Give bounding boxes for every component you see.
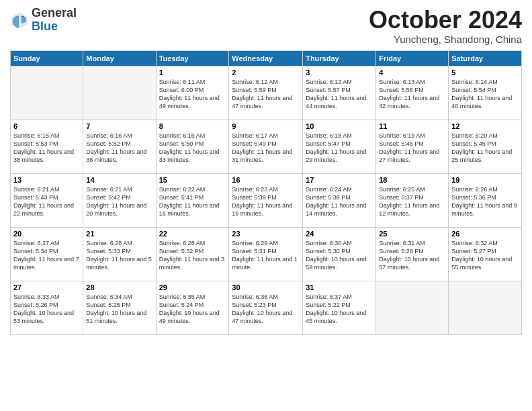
day-number: 12 [451, 122, 519, 130]
day-number: 10 [306, 122, 373, 130]
day-info: Sunrise: 6:16 AM Sunset: 5:50 PM Dayligh… [159, 132, 226, 165]
calendar-day-cell: 4Sunrise: 6:13 AM Sunset: 5:56 PM Daylig… [376, 66, 449, 120]
day-info: Sunrise: 6:37 AM Sunset: 5:22 PM Dayligh… [306, 293, 373, 326]
day-number: 30 [232, 283, 300, 291]
calendar-day-cell: 26Sunrise: 6:32 AM Sunset: 5:27 PM Dayli… [449, 227, 522, 281]
day-number: 7 [86, 122, 152, 130]
day-number: 18 [379, 176, 445, 184]
day-info: Sunrise: 6:34 AM Sunset: 5:25 PM Dayligh… [86, 293, 152, 326]
day-info: Sunrise: 6:19 AM Sunset: 5:46 PM Dayligh… [379, 132, 445, 165]
day-number: 15 [159, 176, 226, 184]
day-info: Sunrise: 6:30 AM Sunset: 5:30 PM Dayligh… [306, 239, 373, 272]
day-number: 28 [86, 283, 152, 291]
day-info: Sunrise: 6:21 AM Sunset: 5:43 PM Dayligh… [13, 185, 80, 218]
weekday-header: Friday [376, 50, 449, 66]
day-number: 8 [159, 122, 226, 130]
calendar-week-row: 1Sunrise: 6:11 AM Sunset: 6:00 PM Daylig… [11, 66, 522, 120]
logo-text: General Blue [32, 7, 77, 34]
day-info: Sunrise: 6:29 AM Sunset: 5:31 PM Dayligh… [232, 239, 300, 272]
day-number: 22 [159, 230, 226, 238]
calendar-day-cell: 15Sunrise: 6:22 AM Sunset: 5:41 PM Dayli… [156, 173, 229, 227]
calendar-day-cell [449, 281, 522, 334]
calendar-day-cell: 30Sunrise: 6:36 AM Sunset: 5:23 PM Dayli… [229, 281, 303, 334]
day-info: Sunrise: 6:17 AM Sunset: 5:49 PM Dayligh… [232, 132, 300, 165]
day-number: 29 [159, 283, 226, 291]
day-info: Sunrise: 6:25 AM Sunset: 5:37 PM Dayligh… [379, 185, 445, 218]
day-number: 13 [13, 176, 80, 184]
day-number: 27 [13, 283, 80, 291]
calendar-day-cell: 18Sunrise: 6:25 AM Sunset: 5:37 PM Dayli… [376, 173, 449, 227]
weekday-header: Thursday [303, 50, 376, 66]
day-number: 2 [232, 68, 300, 77]
day-number: 24 [306, 230, 373, 238]
day-number: 17 [306, 176, 373, 184]
day-info: Sunrise: 6:35 AM Sunset: 5:24 PM Dayligh… [159, 293, 226, 326]
calendar-day-cell: 23Sunrise: 6:29 AM Sunset: 5:31 PM Dayli… [229, 227, 303, 281]
month-title: October 2024 [369, 7, 522, 34]
day-number: 4 [379, 68, 445, 77]
calendar-day-cell: 21Sunrise: 6:28 AM Sunset: 5:33 PM Dayli… [83, 227, 156, 281]
header: General Blue October 2024 Yuncheng, Shan… [10, 7, 522, 45]
calendar-day-cell: 31Sunrise: 6:37 AM Sunset: 5:22 PM Dayli… [303, 281, 376, 334]
day-number: 21 [86, 230, 152, 238]
calendar-day-cell: 6Sunrise: 6:15 AM Sunset: 5:53 PM Daylig… [11, 120, 83, 173]
day-number: 1 [159, 68, 226, 77]
day-number: 3 [306, 68, 373, 77]
calendar-week-row: 20Sunrise: 6:27 AM Sunset: 5:34 PM Dayli… [11, 227, 522, 281]
day-info: Sunrise: 6:15 AM Sunset: 5:53 PM Dayligh… [13, 132, 80, 165]
weekday-header: Monday [83, 50, 156, 66]
day-number: 9 [232, 122, 300, 130]
day-info: Sunrise: 6:12 AM Sunset: 5:57 PM Dayligh… [306, 78, 373, 111]
calendar-day-cell: 24Sunrise: 6:30 AM Sunset: 5:30 PM Dayli… [303, 227, 376, 281]
calendar-day-cell: 2Sunrise: 6:12 AM Sunset: 5:59 PM Daylig… [229, 66, 303, 120]
calendar-day-cell: 8Sunrise: 6:16 AM Sunset: 5:50 PM Daylig… [156, 120, 229, 173]
calendar-day-cell: 22Sunrise: 6:28 AM Sunset: 5:32 PM Dayli… [156, 227, 229, 281]
day-info: Sunrise: 6:28 AM Sunset: 5:32 PM Dayligh… [159, 239, 226, 272]
day-number: 19 [451, 176, 519, 184]
day-info: Sunrise: 6:16 AM Sunset: 5:52 PM Dayligh… [86, 132, 152, 165]
day-number: 26 [451, 230, 519, 238]
calendar-day-cell: 12Sunrise: 6:20 AM Sunset: 5:45 PM Dayli… [449, 120, 522, 173]
calendar-day-cell: 17Sunrise: 6:24 AM Sunset: 5:38 PM Dayli… [303, 173, 376, 227]
day-info: Sunrise: 6:27 AM Sunset: 5:34 PM Dayligh… [13, 239, 80, 272]
calendar-day-cell: 28Sunrise: 6:34 AM Sunset: 5:25 PM Dayli… [83, 281, 156, 334]
location: Yuncheng, Shandong, China [369, 34, 522, 45]
day-info: Sunrise: 6:31 AM Sunset: 5:28 PM Dayligh… [379, 239, 445, 272]
calendar-day-cell: 10Sunrise: 6:18 AM Sunset: 5:47 PM Dayli… [303, 120, 376, 173]
calendar-day-cell: 5Sunrise: 6:14 AM Sunset: 5:54 PM Daylig… [449, 66, 522, 120]
calendar-day-cell: 14Sunrise: 6:21 AM Sunset: 5:42 PM Dayli… [83, 173, 156, 227]
day-info: Sunrise: 6:24 AM Sunset: 5:38 PM Dayligh… [306, 185, 373, 218]
calendar-day-cell [83, 66, 156, 120]
day-number: 23 [232, 230, 300, 238]
day-number: 25 [379, 230, 445, 238]
day-info: Sunrise: 6:36 AM Sunset: 5:23 PM Dayligh… [232, 293, 300, 326]
calendar-day-cell: 29Sunrise: 6:35 AM Sunset: 5:24 PM Dayli… [156, 281, 229, 334]
day-info: Sunrise: 6:28 AM Sunset: 5:33 PM Dayligh… [86, 239, 152, 272]
calendar-header-row: SundayMondayTuesdayWednesdayThursdayFrid… [11, 50, 522, 66]
calendar-day-cell: 27Sunrise: 6:33 AM Sunset: 5:26 PM Dayli… [11, 281, 83, 334]
title-block: October 2024 Yuncheng, Shandong, China [369, 7, 522, 45]
calendar-week-row: 27Sunrise: 6:33 AM Sunset: 5:26 PM Dayli… [11, 281, 522, 334]
day-number: 5 [451, 68, 519, 77]
calendar-day-cell: 11Sunrise: 6:19 AM Sunset: 5:46 PM Dayli… [376, 120, 449, 173]
day-info: Sunrise: 6:32 AM Sunset: 5:27 PM Dayligh… [451, 239, 519, 272]
day-info: Sunrise: 6:11 AM Sunset: 6:00 PM Dayligh… [159, 78, 226, 111]
day-info: Sunrise: 6:20 AM Sunset: 5:45 PM Dayligh… [451, 132, 519, 165]
calendar-day-cell: 20Sunrise: 6:27 AM Sunset: 5:34 PM Dayli… [11, 227, 83, 281]
calendar-day-cell: 25Sunrise: 6:31 AM Sunset: 5:28 PM Dayli… [376, 227, 449, 281]
weekday-header: Wednesday [229, 50, 303, 66]
logo: General Blue [10, 7, 77, 34]
calendar-day-cell [376, 281, 449, 334]
day-number: 16 [232, 176, 300, 184]
day-number: 14 [86, 176, 152, 184]
day-number: 6 [13, 122, 80, 130]
day-info: Sunrise: 6:12 AM Sunset: 5:59 PM Dayligh… [232, 78, 300, 111]
day-info: Sunrise: 6:13 AM Sunset: 5:56 PM Dayligh… [379, 78, 445, 111]
calendar-week-row: 6Sunrise: 6:15 AM Sunset: 5:53 PM Daylig… [11, 120, 522, 173]
day-info: Sunrise: 6:21 AM Sunset: 5:42 PM Dayligh… [86, 185, 152, 218]
day-info: Sunrise: 6:23 AM Sunset: 5:39 PM Dayligh… [232, 185, 300, 218]
day-info: Sunrise: 6:22 AM Sunset: 5:41 PM Dayligh… [159, 185, 226, 218]
calendar-day-cell: 3Sunrise: 6:12 AM Sunset: 5:57 PM Daylig… [303, 66, 376, 120]
calendar-table: SundayMondayTuesdayWednesdayThursdayFrid… [10, 50, 522, 335]
calendar-day-cell: 9Sunrise: 6:17 AM Sunset: 5:49 PM Daylig… [229, 120, 303, 173]
